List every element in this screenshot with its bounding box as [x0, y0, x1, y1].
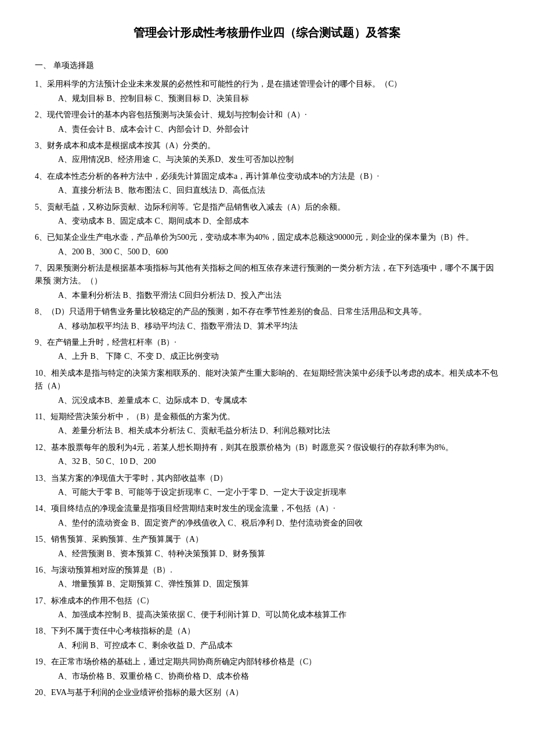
options-text: A、移动加权平均法 B、移动平均法 C、指数平滑法 D、算术平均法	[58, 320, 499, 333]
question-text: 18、下列不属于责任中心考核指标的是（A）	[35, 625, 499, 638]
options-text: A、垫付的流动资金 B、固定资产的净残值收入 C、税后净利 D、垫付流动资金的回…	[58, 517, 499, 530]
options-text: A、市场价格 B、双重价格 C、协商价格 D、成本价格	[58, 670, 499, 683]
options-text: A、200 B、300 C、500 D、600	[58, 246, 499, 258]
question-item: 1、采用科学的方法预计企业未来发展的必然性和可能性的行为，是在描述管理会计的哪个…	[35, 78, 499, 105]
question-item: 10、相关成本是指与特定的决策方案相联系的、能对决策产生重大影响的、在短期经营决…	[35, 367, 499, 407]
question-item: 6、已知某企业生产电水壶，产品单价为500元，变动成本率为40%，固定成本总额这…	[35, 231, 499, 258]
options-text: A、可能大于零 B、可能等于设定折现率 C、一定小于零 D、一定大于设定折现率	[58, 486, 499, 499]
options-text: A、变动成本 B、固定成本 C、期间成本 D、全部成本	[58, 215, 499, 228]
question-item: 15、销售预算、采购预算、生产预算属于（A）A、经营预测 B、资本预算 C、特种…	[35, 533, 499, 560]
question-item: 17、标准成本的作用不包括（C）A、加强成本控制 B、提高决策依据 C、便于利润…	[35, 595, 499, 622]
question-text: 4、在成本性态分析的各种方法中，必须先计算固定成本a，再计算单位变动成本b的方法…	[35, 170, 499, 183]
question-text: 12、基本股票每年的股利为4元，若某人想长期持有，则其在股票价格为（B）时愿意买…	[35, 441, 499, 454]
question-text: 17、标准成本的作用不包括（C）	[35, 595, 499, 607]
question-text: 11、短期经营决策分析中，（B）是金额低的方案为优。	[35, 411, 499, 423]
question-item: 11、短期经营决策分析中，（B）是金额低的方案为优。A、差量分析法 B、相关成本…	[35, 411, 499, 438]
question-item: 13、当某方案的净现值大于零时，其内部收益率（D）A、可能大于零 B、可能等于设…	[35, 472, 499, 499]
options-text: A、增量预算 B、定期预算 C、弹性预算 D、固定预算	[58, 578, 499, 591]
question-item: 2、现代管理会计的基本内容包括预测与决策会计、规划与控制会计和（A）·A、责任会…	[35, 109, 499, 136]
question-item: 19、在正常市场价格的基础上，通过定期共同协商所确定内部转移价格是（C）A、市场…	[35, 656, 499, 683]
question-text: 14、项目终结点的净现金流量是指项目经营期结束时发生的现金流量，不包括（A）·	[35, 502, 499, 515]
question-text: 2、现代管理会计的基本内容包括预测与决策会计、规划与控制会计和（A）·	[35, 109, 499, 121]
question-item: 7、因果预测分析法是根据基本项指标与其他有关指标之间的相互依存来进行预测的一类分…	[35, 262, 499, 302]
questions-container: 1、采用科学的方法预计企业未来发展的必然性和可能性的行为，是在描述管理会计的哪个…	[35, 78, 499, 699]
options-text: A、差量分析法 B、相关成本分析法 C、贡献毛益分析法 D、利润总额对比法	[58, 424, 499, 437]
question-text: 7、因果预测分析法是根据基本项指标与其他有关指标之间的相互依存来进行预测的一类分…	[35, 262, 499, 288]
question-text: 1、采用科学的方法预计企业未来发展的必然性和可能性的行为，是在描述管理会计的哪个…	[35, 78, 499, 91]
options-text: A、经营预测 B、资本预算 C、特种决策预算 D、财务预算	[58, 548, 499, 560]
question-text: 9、在产销量上升时，经营杠杆率（B）·	[35, 336, 499, 349]
question-text: 20、EVA与基于利润的企业业绩评价指标的最大区别（A）	[35, 686, 499, 699]
question-text: 5、贡献毛益，又称边际贡献、边际利润等。它是指产品销售收入减去（A）后的余额。	[35, 201, 499, 214]
options-text: A、沉没成本B、差量成本 C、边际成本 D、专属成本	[58, 394, 499, 407]
question-text: 10、相关成本是指与特定的决策方案相联系的、能对决策产生重大影响的、在短期经营决…	[35, 367, 499, 393]
options-text: A、本量利分析法 B、指数平滑法 C回归分析法 D、投入产出法	[58, 289, 499, 302]
question-text: 3、财务成本和成本是根据成本按其（A）分类的。	[35, 139, 499, 152]
question-text: 6、已知某企业生产电水壶，产品单价为500元，变动成本率为40%，固定成本总额这…	[35, 231, 499, 244]
options-text: A、加强成本控制 B、提高决策依据 C、便于利润计算 D、可以简化成本核算工作	[58, 609, 499, 621]
options-text: A、直接分析法 B、散布图法 C、回归直线法 D、高低点法	[58, 184, 499, 197]
question-text: 8、（D）只适用于销售业务量比较稳定的产品的预测，如不存在季节性差别的食品、日常…	[35, 305, 499, 318]
question-item: 4、在成本性态分析的各种方法中，必须先计算固定成本a，再计算单位变动成本b的方法…	[35, 170, 499, 197]
question-text: 16、与滚动预算相对应的预算是（B）.	[35, 564, 499, 577]
options-text: A、规划目标 B、控制目标 C、预测目标 D、决策目标	[58, 92, 499, 105]
question-item: 18、下列不属于责任中心考核指标的是（A）A、利润 B、可控成本 C、剩余收益 …	[35, 625, 499, 652]
options-text: A、应用情况B、经济用途 C、与决策的关系D、发生可否加以控制	[58, 153, 499, 166]
question-item: 16、与滚动预算相对应的预算是（B）.A、增量预算 B、定期预算 C、弹性预算 …	[35, 564, 499, 591]
question-item: 14、项目终结点的净现金流量是指项目经营期结束时发生的现金流量，不包括（A）·A…	[35, 502, 499, 530]
question-item: 5、贡献毛益，又称边际贡献、边际利润等。它是指产品销售收入减去（A）后的余额。A…	[35, 201, 499, 228]
options-text: A、32 B、50 C、10 D、200	[58, 455, 499, 468]
section-header: 一、 单项选择题	[35, 59, 499, 72]
question-item: 12、基本股票每年的股利为4元，若某人想长期持有，则其在股票价格为（B）时愿意买…	[35, 441, 499, 469]
question-text: 19、在正常市场价格的基础上，通过定期共同协商所确定内部转移价格是（C）	[35, 656, 499, 668]
question-text: 13、当某方案的净现值大于零时，其内部收益率（D）	[35, 472, 499, 485]
options-text: A、利润 B、可控成本 C、剩余收益 D、产品成本	[58, 639, 499, 652]
options-text: A、责任会计 B、成本会计 C、内部会计 D、外部会计	[58, 123, 499, 136]
options-text: A、上升 B、 下降 C、不变 D、成正比例变动	[58, 350, 499, 363]
question-item: 9、在产销量上升时，经营杠杆率（B）·A、上升 B、 下降 C、不变 D、成正比…	[35, 336, 499, 363]
question-item: 8、（D）只适用于销售业务量比较稳定的产品的预测，如不存在季节性差别的食品、日常…	[35, 305, 499, 333]
question-item: 3、财务成本和成本是根据成本按其（A）分类的。A、应用情况B、经济用途 C、与决…	[35, 139, 499, 167]
question-text: 15、销售预算、采购预算、生产预算属于（A）	[35, 533, 499, 546]
page-title: 管理会计形成性考核册作业四（综合测试题）及答案	[35, 23, 499, 42]
question-item: 20、EVA与基于利润的企业业绩评价指标的最大区别（A）	[35, 686, 499, 699]
